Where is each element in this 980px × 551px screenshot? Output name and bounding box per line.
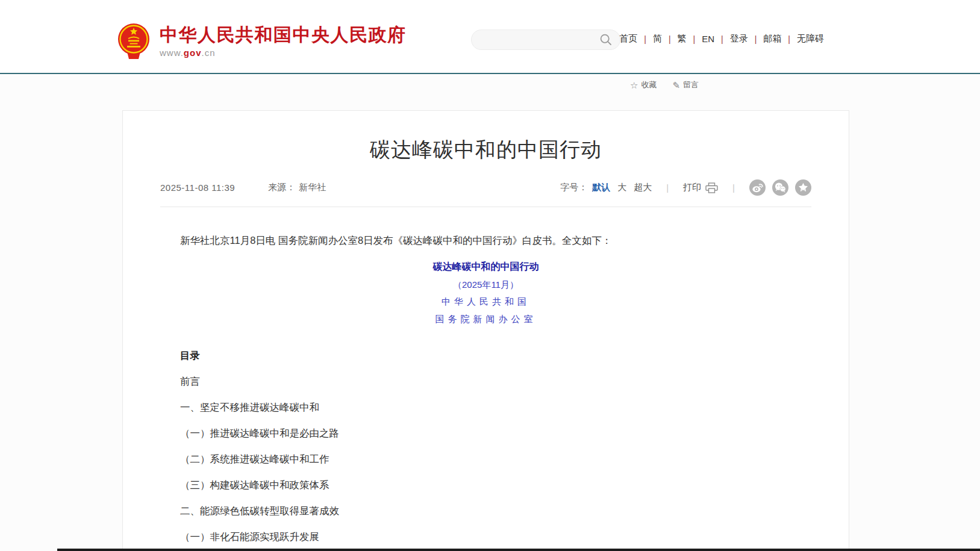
url-gov: gov bbox=[184, 48, 202, 58]
nav-separator: | bbox=[669, 34, 671, 44]
document-title: 碳达峰碳中和的中国行动 bbox=[160, 258, 811, 276]
url-prefix: www. bbox=[160, 48, 184, 58]
url-suffix: .cn bbox=[202, 48, 216, 58]
toc-item: 前言 bbox=[160, 372, 811, 390]
nav-separator: | bbox=[755, 34, 757, 44]
font-size-large-button[interactable]: 大 bbox=[617, 182, 626, 193]
search-box[interactable] bbox=[471, 30, 620, 50]
toc-item: 二、能源绿色低碳转型取得显著成效 bbox=[160, 502, 811, 520]
source-name[interactable]: 新华社 bbox=[299, 182, 326, 192]
nav-english[interactable]: EN bbox=[701, 34, 716, 44]
meta-divider-bar: | bbox=[732, 182, 735, 193]
printer-icon bbox=[705, 182, 718, 193]
national-emblem-icon bbox=[115, 22, 152, 62]
comment-button[interactable]: ✎ 留言 bbox=[672, 79, 699, 90]
comment-label: 留言 bbox=[683, 79, 699, 90]
weibo-share-icon[interactable] bbox=[749, 179, 766, 196]
site-url: www.gov.cn bbox=[160, 48, 407, 58]
search-input[interactable] bbox=[481, 34, 599, 45]
nav-separator: | bbox=[693, 34, 696, 44]
meta-left: 2025-11-08 11:39 来源：新华社 bbox=[160, 182, 326, 193]
star-outline-icon: ☆ bbox=[630, 81, 638, 90]
site-header: 中华人民共和国中央人民政府 www.gov.cn 首页 | 简 | 繁 | EN… bbox=[0, 0, 980, 74]
screenshot-bottom-edge bbox=[57, 549, 980, 551]
publish-date: 2025-11-08 11:39 bbox=[160, 182, 235, 193]
qzone-star-share-icon[interactable] bbox=[795, 179, 811, 196]
site-title: 中华人民共和国中央人民政府 bbox=[160, 25, 407, 45]
nav-accessibility[interactable]: 无障碍 bbox=[796, 33, 825, 45]
print-button[interactable]: 打印 bbox=[683, 182, 718, 193]
logo-text: 中华人民共和国中央人民政府 www.gov.cn bbox=[160, 22, 407, 58]
favorite-label: 收藏 bbox=[641, 79, 657, 90]
share-buttons bbox=[749, 179, 811, 196]
meta-divider-bar: | bbox=[666, 182, 669, 193]
font-size-xlarge-button[interactable]: 超大 bbox=[634, 182, 652, 193]
toc-item: （三）构建碳达峰碳中和政策体系 bbox=[160, 476, 811, 494]
source-label: 来源： bbox=[268, 182, 295, 192]
search-icon[interactable] bbox=[599, 33, 613, 46]
nav-separator: | bbox=[788, 34, 790, 44]
source: 来源：新华社 bbox=[268, 182, 326, 193]
top-nav: 首页 | 简 | 繁 | EN | 登录 | 邮箱 | 无障碍 bbox=[618, 33, 825, 45]
document-date: （2025年11月） bbox=[160, 276, 811, 293]
site-logo[interactable]: 中华人民共和国中央人民政府 www.gov.cn bbox=[115, 22, 407, 62]
article-title: 碳达峰碳中和的中国行动 bbox=[159, 135, 813, 164]
nav-separator: | bbox=[721, 34, 723, 44]
meta-right: 字号： 默认 大 超大 | 打印 | bbox=[560, 179, 811, 196]
article-meta: 2025-11-08 11:39 来源：新华社 字号： 默认 大 超大 | 打印… bbox=[160, 179, 811, 196]
lead-paragraph: 新华社北京11月8日电 国务院新闻办公室8日发布《碳达峰碳中和的中国行动》白皮书… bbox=[160, 231, 811, 249]
meta-underline bbox=[160, 207, 811, 207]
document-org-line1: 中华人民共和国 bbox=[160, 293, 811, 311]
nav-login[interactable]: 登录 bbox=[729, 33, 749, 45]
article-card: 碳达峰碳中和的中国行动 2025-11-08 11:39 来源：新华社 字号： … bbox=[122, 110, 849, 551]
toc-heading: 目录 bbox=[160, 346, 811, 364]
toc-item: 一、坚定不移推进碳达峰碳中和 bbox=[160, 398, 811, 416]
nav-separator: | bbox=[644, 34, 646, 44]
wechat-share-icon[interactable] bbox=[772, 179, 788, 196]
toc-item: （二）系统推进碳达峰碳中和工作 bbox=[160, 450, 811, 468]
nav-traditional-chinese[interactable]: 繁 bbox=[676, 33, 688, 45]
print-label: 打印 bbox=[683, 182, 701, 193]
toc-item: （一）推进碳达峰碳中和是必由之路 bbox=[160, 424, 811, 442]
nav-mailbox[interactable]: 邮箱 bbox=[762, 33, 782, 45]
nav-simplified-chinese[interactable]: 简 bbox=[652, 33, 663, 45]
nav-home[interactable]: 首页 bbox=[618, 33, 638, 45]
page-actions: ☆ 收藏 ✎ 留言 bbox=[630, 79, 699, 90]
article-body: 新华社北京11月8日电 国务院新闻办公室8日发布《碳达峰碳中和的中国行动》白皮书… bbox=[160, 231, 811, 546]
pencil-icon: ✎ bbox=[672, 81, 680, 90]
favorite-button[interactable]: ☆ 收藏 bbox=[630, 79, 657, 90]
font-size-default-button[interactable]: 默认 bbox=[592, 182, 610, 193]
font-size-label: 字号： bbox=[560, 182, 587, 193]
toc-item: （一）非化石能源实现跃升发展 bbox=[160, 528, 811, 546]
document-org-line2: 国务院新闻办公室 bbox=[160, 311, 811, 328]
